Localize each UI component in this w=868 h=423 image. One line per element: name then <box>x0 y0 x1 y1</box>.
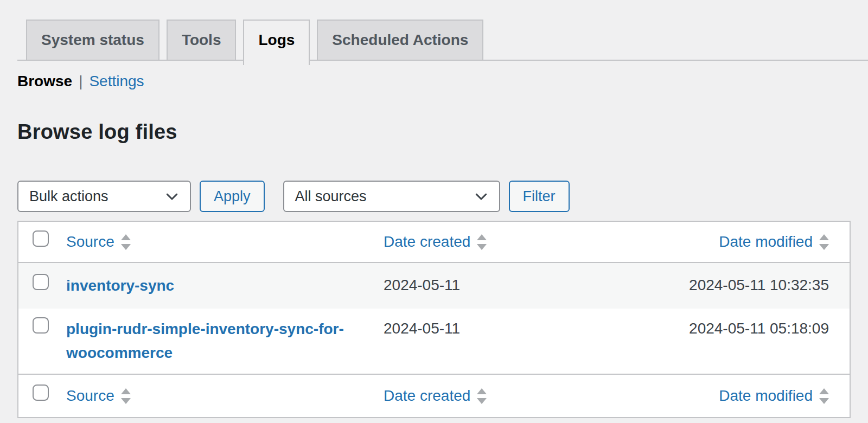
sort-arrows-icon <box>819 388 829 404</box>
status-tab-bar: System status Tools Logs Scheduled Actio… <box>17 20 868 61</box>
date-created-column-label: Date created <box>384 230 470 253</box>
sort-arrows-icon <box>121 234 131 250</box>
chevron-down-icon <box>473 188 489 204</box>
sources-filter-select[interactable]: All sources <box>283 181 500 212</box>
select-all-checkbox[interactable] <box>33 384 49 401</box>
sort-arrows-icon <box>819 234 829 250</box>
sort-arrows-icon <box>121 388 131 404</box>
sort-by-date-created-link[interactable]: Date created <box>384 230 487 253</box>
sort-by-date-modified-link[interactable]: Date modified <box>719 230 829 253</box>
sort-arrows-icon <box>477 388 487 404</box>
row-checkbox[interactable] <box>33 274 49 290</box>
log-file-link[interactable]: plugin-rudr-simple-inventory-sync-for-wo… <box>66 317 370 365</box>
select-all-checkbox[interactable] <box>33 230 49 247</box>
date-modified-value: 2024-05-11 10:32:35 <box>611 274 850 297</box>
date-created-column-label: Date created <box>384 384 470 407</box>
source-column-label: Source <box>66 230 114 253</box>
sort-arrows-icon <box>477 234 487 250</box>
source-column-label: Source <box>66 384 114 407</box>
bulk-actions-value: Bulk actions <box>29 188 108 205</box>
date-modified-value: 2024-05-11 05:18:09 <box>611 317 850 340</box>
date-modified-column-label: Date modified <box>719 384 813 407</box>
subnav-item-browse[interactable]: Browse <box>17 73 72 90</box>
tab-logs[interactable]: Logs <box>243 20 310 65</box>
log-files-table: Source Date created Date modified <box>17 221 851 418</box>
apply-button[interactable]: Apply <box>200 181 265 212</box>
log-file-link[interactable]: inventory-sync <box>66 274 174 298</box>
table-row: plugin-rudr-simple-inventory-sync-for-wo… <box>18 309 850 375</box>
date-modified-column-label: Date modified <box>719 230 813 253</box>
logs-subnav: Browse | Settings <box>17 73 868 90</box>
bulk-actions-select[interactable]: Bulk actions <box>17 181 191 212</box>
tab-scheduled-actions[interactable]: Scheduled Actions <box>317 20 483 60</box>
table-row: inventory-sync 2024-05-11 2024-05-11 10:… <box>18 263 850 309</box>
sort-by-date-created-link[interactable]: Date created <box>384 384 487 407</box>
table-toolbar: Bulk actions Apply All sources Filter <box>17 181 868 212</box>
sort-by-date-modified-link[interactable]: Date modified <box>719 384 829 407</box>
row-checkbox[interactable] <box>33 317 49 334</box>
sort-by-source-link[interactable]: Source <box>66 384 131 407</box>
date-created-value: 2024-05-11 <box>384 274 611 297</box>
chevron-down-icon <box>164 188 180 204</box>
date-created-value: 2024-05-11 <box>384 317 611 340</box>
subnav-separator: | <box>79 73 82 90</box>
page-title: Browse log files <box>17 120 868 144</box>
sort-by-source-link[interactable]: Source <box>66 230 131 253</box>
filter-button[interactable]: Filter <box>509 181 570 212</box>
tab-tools[interactable]: Tools <box>167 20 237 60</box>
tab-system-status[interactable]: System status <box>26 20 159 60</box>
sources-filter-value: All sources <box>295 188 367 205</box>
table-header-row: Source Date created Date modified <box>18 222 850 263</box>
subnav-item-settings[interactable]: Settings <box>89 73 144 90</box>
table-footer-row: Source Date created Date modified <box>18 375 850 417</box>
